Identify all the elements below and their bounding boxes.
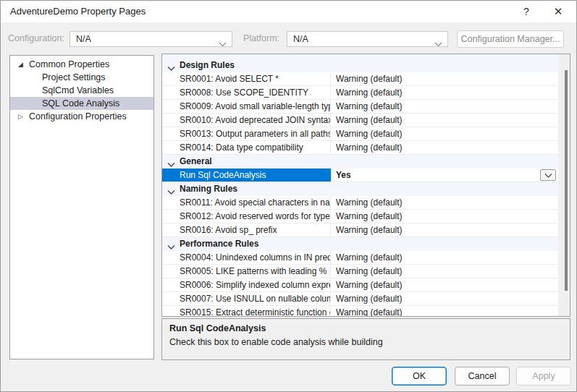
rule-value-cell[interactable]: Warning (default) <box>332 72 558 85</box>
description-text: Check this box to enable code analysis w… <box>169 337 563 347</box>
section-title: Design Rules <box>180 59 235 72</box>
grid-row-sr0015[interactable]: SR0015: Extract deterministic function c… <box>162 306 558 317</box>
section-title: Naming Rules <box>180 182 237 196</box>
grid-row-sr0006[interactable]: SR0006: Simplify indexed column expresWa… <box>162 278 558 292</box>
rule-value-cell[interactable]: Yes <box>332 169 558 182</box>
rule-name-cell[interactable]: Run Sql CodeAnalysis <box>162 169 331 182</box>
tree-item-label: Common Properties <box>29 58 109 71</box>
help-button[interactable]: ? <box>514 1 539 22</box>
rule-name-cell[interactable]: SR0010: Avoid deprecated JOIN syntax <box>162 114 331 127</box>
rule-name-cell[interactable]: SR0005: LIKE patterns with leading % <box>162 265 331 278</box>
configuration-value: N/A <box>76 34 91 44</box>
section-title: Performance Rules <box>180 237 258 251</box>
rule-value-cell[interactable]: Warning (default) <box>332 127 558 140</box>
rule-name-cell[interactable]: SR0001: Avoid SELECT * <box>162 72 331 85</box>
tree-item-sql-code-analysis[interactable]: SQL Code Analysis <box>10 97 153 110</box>
platform-dropdown[interactable]: N/A <box>287 31 448 47</box>
tree-item-label: SqlCmd Variables <box>42 84 114 97</box>
section-header-general[interactable]: General <box>162 155 558 169</box>
tree-item-sqlcmd-variables[interactable]: SqlCmd Variables <box>10 84 153 97</box>
rule-name-cell[interactable]: SR0007: Use ISNULL on nullable column <box>162 292 331 305</box>
rule-value-cell[interactable]: Warning (default) <box>332 210 558 223</box>
rule-name-cell[interactable]: SR0016: Avoid sp_ prefix <box>162 223 331 237</box>
grid-row-sr0004[interactable]: SR0004: Unindexed columns in IN predicWa… <box>162 251 558 265</box>
tree-collapse-icon[interactable]: ◢ <box>18 58 27 71</box>
grid-row-sr0008[interactable]: SR0008: Use SCOPE_IDENTITYWarning (defau… <box>162 86 558 100</box>
tree-item-configuration-properties[interactable]: ▷Configuration Properties <box>10 110 153 123</box>
rule-value-cell[interactable]: Warning (default) <box>332 100 558 113</box>
tree-item-label: SQL Code Analysis <box>42 97 119 110</box>
rule-value-cell[interactable]: Warning (default) <box>332 86 558 99</box>
close-button[interactable]: ✕ <box>546 1 570 22</box>
rule-name-cell[interactable]: SR0011: Avoid special characters in nam <box>162 196 331 209</box>
apply-button[interactable]: Apply <box>516 367 571 385</box>
platform-label: Platform: <box>243 33 279 43</box>
description-panel: Run Sql CodeAnalysis Check this box to e… <box>161 318 570 360</box>
grid-row-sr0010[interactable]: SR0010: Avoid deprecated JOIN syntaxWarn… <box>162 114 558 127</box>
grid-row-sr0011[interactable]: SR0011: Avoid special characters in namW… <box>162 196 558 210</box>
rule-value-cell[interactable]: Warning (default) <box>332 141 558 154</box>
configuration-manager-button[interactable]: Configuration Manager... <box>457 30 564 48</box>
ok-button[interactable]: OK <box>392 367 447 385</box>
configuration-dropdown[interactable]: N/A <box>70 31 232 47</box>
rule-value-cell[interactable]: Warning (default) <box>332 306 558 317</box>
tree-expand-icon[interactable]: ▷ <box>18 110 27 123</box>
rule-name-cell[interactable]: SR0006: Simplify indexed column expres <box>162 278 331 291</box>
section-title: General <box>180 155 212 169</box>
rule-name-cell[interactable]: SR0015: Extract deterministic function c… <box>162 306 331 317</box>
grid-scrollbar[interactable] <box>558 54 570 316</box>
tree-item-label: Configuration Properties <box>29 110 127 123</box>
value-dropdown-button[interactable] <box>540 169 556 181</box>
grid-row-sr0012[interactable]: SR0012: Avoid reserved words for type nW… <box>162 210 558 223</box>
grid-row-sr0016[interactable]: SR0016: Avoid sp_ prefixWarning (default… <box>162 223 558 237</box>
grid-row-sr0005[interactable]: SR0005: LIKE patterns with leading %Warn… <box>162 265 558 278</box>
chevron-down-icon <box>544 173 552 179</box>
property-grid-content: Design RulesSR0001: Avoid SELECT *Warnin… <box>162 54 558 317</box>
rule-name-cell[interactable]: SR0014: Data type compatibility <box>162 141 331 154</box>
rule-value-cell[interactable]: Warning (default) <box>332 251 558 264</box>
grid-row-sr0014[interactable]: SR0014: Data type compatibilityWarning (… <box>162 141 558 155</box>
platform-value: N/A <box>293 34 308 44</box>
section-header-naming-rules[interactable]: Naming Rules <box>162 182 558 196</box>
section-header-design-rules[interactable]: Design Rules <box>162 59 558 72</box>
rule-name-cell[interactable]: SR0012: Avoid reserved words for type n <box>162 210 331 223</box>
section-header-performance-rules[interactable]: Performance Rules <box>162 237 558 251</box>
title-bar: AdventureDemo Property Pages ? ✕ <box>1 1 576 22</box>
rule-value-cell[interactable]: Warning (default) <box>332 196 558 209</box>
tree-item-common-properties[interactable]: ◢Common Properties <box>10 58 153 71</box>
chevron-down-icon <box>434 37 442 51</box>
grid-row-run-sql-codeanalysis[interactable]: Run Sql CodeAnalysisYes <box>162 169 558 182</box>
properties-tree: ◢Common PropertiesProject SettingsSqlCmd… <box>9 55 154 359</box>
tree-item-label: Project Settings <box>42 71 106 84</box>
window-title: AdventureDemo Property Pages <box>10 1 146 22</box>
property-grid: Design RulesSR0001: Avoid SELECT *Warnin… <box>161 54 570 317</box>
rule-value-cell[interactable]: Warning (default) <box>332 292 558 305</box>
configuration-label: Configuration: <box>8 33 64 43</box>
description-title: Run Sql CodeAnalysis <box>169 323 563 333</box>
dialog-window: { "window": { "title": "AdventureDemo Pr… <box>0 0 577 392</box>
grid-row-sr0009[interactable]: SR0009: Avoid small variable-length typW… <box>162 100 558 114</box>
cancel-button[interactable]: Cancel <box>455 367 510 385</box>
rule-value-cell[interactable]: Warning (default) <box>332 223 558 237</box>
chevron-down-icon <box>219 37 227 51</box>
rule-name-cell[interactable]: SR0009: Avoid small variable-length typ <box>162 100 331 113</box>
rule-value-cell[interactable]: Warning (default) <box>332 278 558 291</box>
rule-name-cell[interactable]: SR0008: Use SCOPE_IDENTITY <box>162 86 331 99</box>
tree-item-project-settings[interactable]: Project Settings <box>10 71 153 84</box>
grid-row-sr0007[interactable]: SR0007: Use ISNULL on nullable columnWar… <box>162 292 558 306</box>
rule-value-cell[interactable]: Warning (default) <box>332 114 558 127</box>
rule-value-cell[interactable]: Warning (default) <box>332 265 558 278</box>
rule-name-cell[interactable]: SR0013: Output parameters in all paths <box>162 127 331 140</box>
grid-row-sr0001[interactable]: SR0001: Avoid SELECT *Warning (default) <box>162 72 558 86</box>
grid-row-sr0013[interactable]: SR0013: Output parameters in all pathsWa… <box>162 127 558 141</box>
scrollbar-thumb[interactable] <box>565 70 568 291</box>
rule-name-cell[interactable]: SR0004: Unindexed columns in IN predic <box>162 251 331 264</box>
